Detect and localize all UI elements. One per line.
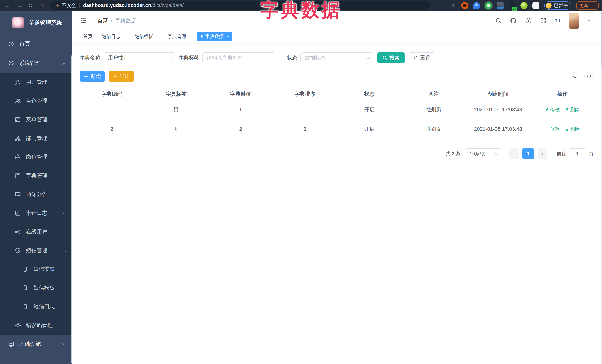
user-icon <box>14 79 21 85</box>
user-avatar[interactable] <box>569 13 579 29</box>
sidebar-item-sms-log[interactable]: 短信日志 <box>0 297 72 316</box>
extension-icon-olive[interactable] <box>520 2 527 9</box>
sidebar-item-online-users[interactable]: 在线用户 <box>0 222 72 241</box>
font-size-icon[interactable]: ᴛT <box>555 17 561 24</box>
edit-link[interactable]: 修改 <box>545 106 560 113</box>
table-row: 2 女 2 2 开启 性别女 2021-01-05 17:03:48 修改 删除 <box>80 119 595 139</box>
column-header: 字典排序 <box>273 91 337 98</box>
extension-icon-gray-bars[interactable] <box>497 2 504 9</box>
sidebar-item-role-mgmt[interactable]: 角色管理 <box>0 92 72 110</box>
fullscreen-icon[interactable] <box>540 17 547 24</box>
tab-dict-mgmt[interactable]: 字典管理× <box>164 32 195 41</box>
sidebar-logo[interactable]: 芋道管理系统 <box>0 11 72 34</box>
scrollbar-thumb[interactable] <box>601 12 602 67</box>
add-button[interactable]: 新增 <box>80 71 105 82</box>
next-page-button[interactable]: › <box>538 148 547 159</box>
pencil-icon <box>545 127 549 131</box>
header-search-icon[interactable] <box>495 17 502 24</box>
browser-scrollbar[interactable] <box>601 11 602 364</box>
browser-update-button[interactable]: 更新 ⋮ <box>576 1 599 10</box>
tab-sms-template[interactable]: 短信模板× <box>131 32 162 41</box>
status-select[interactable]: 数据状态 <box>301 52 373 63</box>
breadcrumb-home[interactable]: 首页 <box>97 17 108 24</box>
extension-icon-blue-drop[interactable] <box>473 2 480 9</box>
delete-link[interactable]: 删除 <box>565 126 580 132</box>
sidebar: 芋道管理系统 首页 系统管理 用户管理 角色管理 菜单管理 <box>0 11 72 364</box>
column-header: 操作 <box>530 91 595 98</box>
export-button[interactable]: 导出 <box>109 71 134 82</box>
sidebar-item-system-mgmt[interactable]: 系统管理 <box>0 53 72 73</box>
close-icon[interactable]: × <box>156 34 158 39</box>
tab-dict-data[interactable]: 字典数据× <box>197 32 232 41</box>
reset-button[interactable]: 重置 <box>409 52 435 63</box>
page-size-select[interactable]: 10条/页 <box>465 148 502 159</box>
extension-icon-tampermonkey[interactable]: on <box>509 2 516 9</box>
sidebar-collapse-icon[interactable] <box>80 17 87 24</box>
browser-extensions-area: ☆ on 已暂停 更新 ⋮ <box>452 1 602 10</box>
sidebar-item-menu-mgmt[interactable]: 菜单管理 <box>0 110 72 129</box>
browser-menu-kebab-icon[interactable]: ⋮ <box>591 3 596 8</box>
sidebar-item-sms-template[interactable]: 短信模板 <box>0 279 72 297</box>
users-icon <box>14 98 21 104</box>
download-icon <box>113 74 118 79</box>
delete-link[interactable]: 删除 <box>565 106 580 113</box>
sidebar-item-user-mgmt[interactable]: 用户管理 <box>0 73 72 92</box>
sidebar-scrollbar[interactable] <box>71 55 72 363</box>
dict-label-input[interactable] <box>207 55 271 61</box>
not-secure-warning-icon: ⚠ <box>55 3 59 8</box>
prev-page-button[interactable]: ‹ <box>509 148 519 159</box>
close-icon[interactable]: × <box>189 34 191 39</box>
sidebar-item-home[interactable]: 首页 <box>0 34 72 53</box>
sidebar-item-infra[interactable]: 基础设施 <box>0 334 72 354</box>
extensions-puzzle-icon[interactable] <box>532 2 539 9</box>
briefcase-icon <box>14 154 21 160</box>
browser-reload-icon[interactable]: ↻ <box>25 2 36 9</box>
update-label: 更新 <box>579 2 589 9</box>
plus-icon <box>84 74 88 79</box>
chevron-down-icon <box>62 341 66 346</box>
online-signal-icon <box>14 229 21 235</box>
browser-back-icon[interactable]: ← <box>2 2 13 9</box>
sidebar-item-error-code[interactable]: </> 错误码管理 <box>0 316 72 334</box>
search-button[interactable]: 搜索 <box>377 52 405 63</box>
sidebar-item-notice[interactable]: 通知公告 <box>0 185 72 204</box>
recorder-paused-pill[interactable]: 已暂停 <box>544 1 571 10</box>
org-tree-icon <box>14 135 21 141</box>
paused-label: 已暂停 <box>554 2 568 9</box>
close-icon[interactable]: × <box>226 34 229 39</box>
extension-icon-green-check[interactable] <box>485 2 492 9</box>
emoji-avatar-icon <box>546 3 552 9</box>
search-form: 字典名称 用户性别 字典标签 状态 数据状态 <box>80 52 595 63</box>
trash-icon <box>565 108 569 112</box>
sidebar-item-audit-log[interactable]: 审计日志 <box>0 204 72 222</box>
bookmark-star-icon[interactable]: ☆ <box>452 2 456 9</box>
dict-label-input-wrap <box>203 52 275 63</box>
sidebar-item-post-mgmt[interactable]: 岗位管理 <box>0 147 72 166</box>
refresh-table-button[interactable] <box>584 72 593 81</box>
current-page-button[interactable]: 1 <box>522 148 534 159</box>
address-bar[interactable]: ⚠ 不安全 dashboard.yudao.iocoder.cn /dict/t… <box>50 1 430 10</box>
screenshot-root: ← → ↻ ⌂ ⚠ 不安全 dashboard.yudao.iocoder.cn… <box>0 0 602 364</box>
help-icon[interactable] <box>525 17 532 24</box>
close-icon[interactable]: × <box>123 34 125 39</box>
page-content: 字典名称 用户性别 字典标签 状态 数据状态 <box>72 43 602 364</box>
browser-forward-icon[interactable]: → <box>13 2 25 9</box>
logo-image <box>12 17 24 28</box>
tab-home[interactable]: 首页 <box>80 32 96 41</box>
edit-link[interactable]: 修改 <box>545 126 560 132</box>
sidebar-item-dict-mgmt[interactable]: 字典管理 <box>0 166 72 185</box>
column-header: 字典标签 <box>144 91 209 98</box>
sidebar-item-dept-mgmt[interactable]: 部门管理 <box>0 129 72 147</box>
avatar-dropdown-caret-icon[interactable] <box>588 20 591 22</box>
pencil-icon <box>545 108 549 112</box>
sidebar-item-sms-mgmt[interactable]: 短信管理 <box>0 241 72 260</box>
sidebar-item-sms-channel[interactable]: 短信渠道 <box>0 260 72 279</box>
chevron-up-icon <box>62 62 66 67</box>
goto-page-input[interactable] <box>569 148 586 159</box>
hide-search-button[interactable] <box>571 72 580 81</box>
browser-home-icon[interactable]: ⌂ <box>36 2 48 9</box>
extension-icon-orange[interactable] <box>461 2 468 9</box>
dict-name-select[interactable]: 用户性别 <box>104 52 175 63</box>
github-icon[interactable] <box>510 17 517 24</box>
tab-sms-log[interactable]: 短信日志× <box>98 32 129 41</box>
